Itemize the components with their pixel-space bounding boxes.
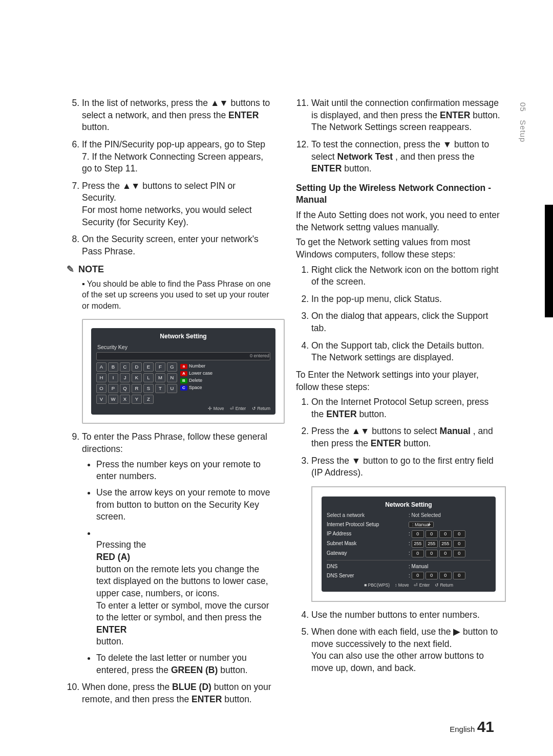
key-button[interactable]: X	[120, 395, 130, 404]
ip-octet[interactable]: 0	[453, 550, 465, 557]
key-button[interactable]: D	[132, 362, 142, 372]
foot-enter: ⏎ Enter	[230, 406, 246, 412]
key-button[interactable]: K	[132, 373, 142, 382]
ip-octet[interactable]: 0	[412, 530, 424, 538]
key-grid: A B C D E F G H I J K L M	[96, 362, 177, 404]
pstep-5: When done with each field, use the ▶ but…	[311, 626, 501, 675]
side-tab	[545, 205, 553, 317]
key-button[interactable]: E	[143, 362, 154, 372]
foot-move: ✢ Move	[208, 406, 224, 412]
windows-steps: Right click the Network icon on the bott…	[296, 264, 501, 364]
ip-octet[interactable]: 0	[453, 530, 465, 538]
key-button[interactable]: Z	[143, 395, 154, 404]
ip-octet[interactable]: 255	[426, 540, 438, 548]
steps-left-continued: To enter the Pass Phrase, follow these g…	[67, 431, 271, 705]
step-9: To enter the Pass Phrase, follow these g…	[82, 431, 271, 676]
page-number: 41	[477, 718, 494, 735]
passphrase-input[interactable]	[96, 352, 270, 360]
right-column: Wait until the connection confirmation m…	[296, 97, 501, 711]
manual-p2: To get the Network setting values from m…	[296, 236, 501, 261]
key-button[interactable]: T	[155, 384, 165, 393]
key-legend: aNumber ALower case BDelete CSpace	[180, 362, 270, 404]
ip-octet[interactable]: 0	[453, 572, 465, 579]
step-11: Wait until the connection confirmation m…	[311, 97, 501, 134]
key-button[interactable]: P	[108, 384, 118, 393]
key-button[interactable]: H	[96, 373, 107, 382]
bullet-4: To delete the last letter or number you …	[96, 652, 271, 676]
ip-setup-select[interactable]: : Manual	[409, 522, 434, 528]
key-button[interactable]: U	[167, 384, 177, 393]
entered-count: 0 entered	[250, 353, 269, 359]
steps-right: Wait until the connection confirmation m…	[296, 97, 501, 175]
note-label: NOTE	[78, 263, 104, 275]
key-button[interactable]: V	[96, 395, 107, 404]
ip-octet[interactable]: 0	[439, 550, 452, 557]
bullet-3: Pressing the RED (A) button on the remot…	[96, 527, 271, 648]
step-12: To test the connection, press the ▼ butt…	[311, 139, 501, 175]
player-steps: On the Internet Protocol Setup screen, p…	[296, 396, 501, 479]
pstep-3: Press the ▼ button to go to the first en…	[311, 455, 501, 479]
note-icon: ✎	[67, 263, 74, 275]
key-button[interactable]: L	[143, 373, 154, 382]
key-button[interactable]: O	[96, 384, 107, 393]
chip-lowercase: A	[180, 371, 187, 376]
ip-octet[interactable]: 0	[439, 572, 452, 579]
key-button[interactable]: M	[155, 373, 165, 382]
pstep-1: On the Internet Protocol Setup screen, p…	[311, 396, 501, 420]
osd2-title: Network Setting	[327, 501, 491, 511]
ip-octet[interactable]: 255	[412, 540, 424, 548]
manual-p3: To Enter the Network settings into your …	[296, 369, 501, 393]
step-6: If the PIN/Security pop-up appears, go t…	[82, 139, 271, 175]
ip-octet[interactable]: 255	[439, 540, 452, 548]
bullet-1: Press the number keys on your remote to …	[96, 459, 271, 483]
key-button[interactable]: J	[120, 373, 130, 382]
wstep-2: In the pop-up menu, click Status.	[311, 293, 501, 306]
ip-octet[interactable]: 0	[439, 530, 452, 538]
ip-octet[interactable]: 0	[412, 572, 424, 579]
foot-return: ↺ Return	[435, 582, 453, 588]
wstep-3: On the dialog that appears, click the Su…	[311, 310, 501, 334]
row-ip-setup[interactable]: Internet Protocol Setup : Manual	[327, 520, 491, 529]
chapter-label: 05 Setup	[519, 102, 527, 142]
key-button[interactable]: G	[167, 362, 177, 372]
chip-number: a	[180, 364, 187, 369]
ip-octet[interactable]: 0	[426, 572, 438, 579]
note-list: You should be able to find the Pass Phra…	[67, 278, 271, 312]
page-footer: English 41	[450, 718, 494, 736]
key-button[interactable]: Y	[132, 395, 142, 404]
key-button[interactable]: A	[96, 362, 107, 372]
key-button[interactable]: S	[143, 384, 154, 393]
footer-lang: English	[450, 725, 475, 733]
note-heading: ✎ NOTE	[67, 263, 271, 275]
foot-move: ↕ Move	[395, 582, 409, 588]
osd-title: Network Setting	[96, 332, 270, 342]
key-button[interactable]: Q	[120, 384, 130, 393]
pstep-2: Press the ▲▼ buttons to select Manual , …	[311, 425, 501, 449]
manual-p1: If the Auto Setting does not work, you n…	[296, 209, 501, 233]
step-10: When done, press the BLUE (D) button on …	[82, 681, 271, 705]
key-button[interactable]: B	[108, 362, 118, 372]
key-button[interactable]: I	[108, 373, 118, 382]
security-key-figure: Network Setting Security Key 0 entered A…	[82, 319, 285, 424]
ip-octet[interactable]: 0	[426, 550, 438, 557]
step-9-bullets: Press the number keys on your remote to …	[87, 459, 271, 677]
chip-delete: B	[180, 378, 187, 383]
page: 05 Setup In the list of networks, press …	[0, 0, 553, 756]
note-item: You should be able to find the Pass Phra…	[82, 278, 271, 312]
wstep-1: Right click the Network icon on the bott…	[311, 264, 501, 288]
key-button[interactable]: R	[132, 384, 142, 393]
steps-left: In the list of networks, press the ▲▼ bu…	[67, 97, 271, 258]
ip-octet[interactable]: 0	[426, 530, 438, 538]
ip-octet[interactable]: 0	[453, 540, 465, 548]
ip-octet[interactable]: 0	[412, 550, 424, 557]
key-button[interactable]: N	[167, 373, 177, 382]
key-button[interactable]: F	[155, 362, 165, 372]
key-button[interactable]: W	[108, 395, 118, 404]
step-8: On the Security screen, enter your netwo…	[82, 233, 271, 257]
row-subnet: Subnet Mask : 255 255 255 0	[327, 539, 491, 549]
player-steps-continued: Use the number buttons to enter numbers.…	[296, 609, 501, 675]
foot-enter: ⏎ Enter	[414, 582, 430, 588]
key-button[interactable]: C	[120, 362, 130, 372]
left-column: In the list of networks, press the ▲▼ bu…	[67, 97, 271, 711]
network-setting-figure: Network Setting Select a network : Not S…	[311, 486, 506, 602]
